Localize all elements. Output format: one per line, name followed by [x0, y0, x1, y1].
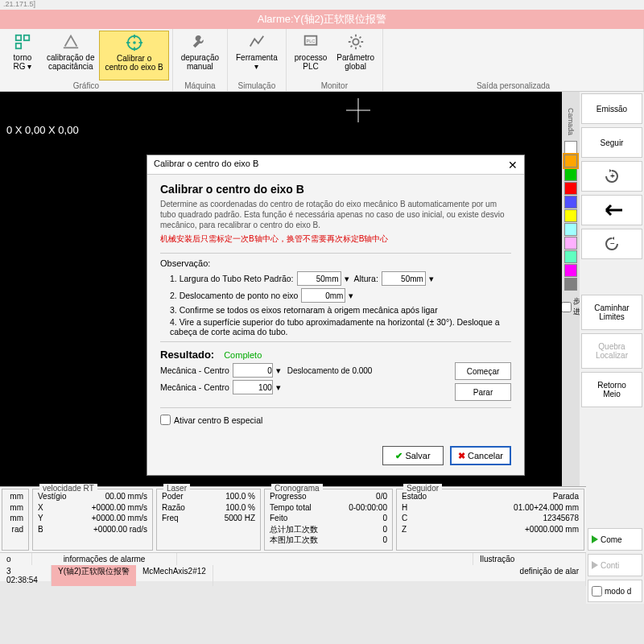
play-icon — [592, 535, 598, 543]
svg-rect-1 — [24, 35, 29, 40]
status-row: B+0000.00 rad/s — [38, 524, 147, 535]
ribbon-plc[interactable]: PLC processo PLC — [290, 31, 332, 80]
status-row: 总计加工次数0 — [270, 524, 387, 535]
status-row: C12345678 — [402, 513, 579, 524]
color-swatch[interactable] — [564, 264, 577, 277]
color-swatch[interactable] — [564, 168, 577, 181]
ribbon-group-label: Simulação — [231, 80, 283, 91]
svg-rect-2 — [16, 43, 21, 48]
desl-label: Deslocamento de 0.000 — [287, 366, 373, 375]
laser-title: Laser — [163, 484, 190, 493]
seguir-button[interactable]: Seguir — [581, 127, 642, 158]
comecar-button[interactable]: Começar — [455, 362, 511, 380]
chart-icon — [247, 32, 266, 52]
conti-button[interactable]: Conti — [588, 554, 642, 576]
time-label: 3 02:38:54 — [0, 565, 52, 586]
ribbon-calib-cap[interactable]: calibração de capacitância — [42, 31, 99, 80]
modo-button[interactable]: modo d — [588, 580, 642, 602]
target-icon — [125, 33, 144, 52]
ribbon-calib-b[interactable]: Calibrar o centro do eixo B — [99, 31, 168, 80]
status-row: Progresso0/0 — [270, 491, 387, 502]
ribbon-label: Ferramenta ▾ — [236, 53, 278, 71]
close-icon[interactable]: ✕ — [508, 159, 518, 171]
special-b-checkbox[interactable] — [160, 415, 171, 425]
right-actions: Come Conti modo d — [586, 486, 644, 604]
salvar-button[interactable]: ✔Salvar — [382, 446, 444, 465]
color-swatch[interactable] — [564, 237, 577, 250]
alarm-text: Y(轴2)正软限位报警 — [52, 565, 136, 586]
status-row: X+0000.00 mm/s — [38, 502, 147, 514]
color-swatch[interactable] — [564, 250, 577, 263]
special-b-label: Ativar centro B especial — [174, 415, 262, 425]
dialog-description: Determine as coordenadas do centro de ro… — [160, 199, 511, 230]
offset-input[interactable] — [301, 288, 345, 303]
obs-line4: 4. Vire a superfície superior do tubo ap… — [170, 317, 511, 336]
ribbon-group-label: Máquina — [176, 80, 224, 91]
ribbon-torno-rg[interactable]: torno RG ▾ — [3, 31, 42, 80]
cancelar-button[interactable]: ✖Cancelar — [450, 446, 511, 465]
quebra-button[interactable]: Quebra Localizar — [581, 333, 642, 369]
obs-line1: 1. Largura do Tubo Reto Padrão: — [170, 274, 294, 283]
crosshair-icon — [346, 98, 370, 124]
status-panels: mm mm mm rad velocidade RT Vestígio00.00… — [0, 486, 586, 552]
rotate-ccw-button[interactable]: − — [581, 229, 642, 259]
ribbon-group-label: Gráfico — [3, 80, 169, 91]
color-swatch[interactable] — [564, 182, 577, 195]
mc-label: McMechAxis2#12 — [136, 565, 213, 586]
modo-checkbox[interactable] — [592, 586, 602, 597]
svg-point-12 — [353, 39, 358, 44]
svg-text:PLC: PLC — [306, 39, 315, 43]
color-swatch[interactable] — [564, 196, 577, 208]
svg-text:+: + — [610, 171, 615, 180]
ribbon-ferramenta[interactable]: Ferramenta ▾ — [231, 31, 283, 80]
bottom-info: o informações de alarme Ilustração 3 02:… — [0, 552, 586, 581]
color-swatch[interactable] — [564, 209, 577, 222]
status-row: Tempo total0-00:00:00 — [270, 502, 387, 514]
color-swatch[interactable] — [564, 223, 577, 236]
color-swatch[interactable] — [564, 141, 577, 154]
ribbon: torno RG ▾ calibração de capacitância Ca… — [0, 29, 644, 92]
calibrate-b-dialog: Calibrar o centro do eixo B ✕ Calibrar o… — [147, 155, 525, 476]
dialog-title-text: Calibrar o centro do eixo B — [154, 159, 258, 171]
right-panel: Emissão Seguir + − Caminhar Limites Queb… — [580, 92, 644, 486]
wrench-icon — [190, 32, 209, 52]
alt-label: Altura: — [354, 274, 378, 283]
status-row: Y+0000.00 mm/s — [38, 513, 147, 524]
come-button[interactable]: Come — [588, 528, 642, 551]
color-swatch[interactable] — [564, 278, 577, 291]
color-swatch[interactable] — [564, 155, 577, 167]
ribbon-param-global[interactable]: Parâmetro global — [332, 31, 379, 80]
ribbon-debug-manual[interactable]: depuração manual — [176, 31, 224, 80]
info-label: informações de alarme — [32, 553, 177, 565]
seg-title: Seguidor — [403, 484, 442, 493]
ribbon-label: depuração manual — [181, 53, 219, 71]
plc-icon: PLC — [301, 32, 320, 52]
status-row: Z+0000.000 mm — [402, 524, 579, 535]
rotate-cw-button[interactable]: + — [581, 161, 642, 192]
mech1-input[interactable] — [233, 363, 273, 378]
status-row: Feito0 — [270, 513, 387, 524]
svg-text:−: − — [610, 239, 615, 248]
height-input[interactable] — [382, 271, 426, 286]
mech2-label: Mecânica - Centro — [160, 382, 229, 392]
result-label: Resultado: — [160, 349, 214, 361]
mech2-input[interactable] — [233, 380, 273, 394]
arrow-left-icon — [601, 204, 622, 217]
arrow-left-button[interactable] — [581, 195, 642, 225]
caminhar-button[interactable]: Caminhar Limites — [581, 295, 642, 330]
retorno-button[interactable]: Retorno Meio — [581, 372, 642, 407]
step-checkbox[interactable] — [561, 302, 572, 312]
width-input[interactable] — [297, 271, 341, 286]
dialog-warning: 机械安装后只需标定一次B轴中心，换管不需要再次标定B轴中心 — [160, 233, 511, 245]
def-alarm-label: definição de alar — [514, 565, 586, 586]
mech1-label: Mecânica - Centro — [160, 365, 229, 375]
emissao-button[interactable]: Emissão — [581, 93, 642, 124]
ribbon-label: processo PLC — [295, 53, 328, 71]
layer-color-strip: Camada 步进 — [562, 92, 580, 486]
svg-rect-0 — [16, 35, 21, 40]
parar-button[interactable]: Parar — [455, 383, 511, 401]
layer-label: Camada — [567, 108, 575, 140]
alarm-banner: Alarme:Y(轴2)正软限位报警 — [0, 10, 644, 29]
dialog-heading: Calibrar o centro do eixo B — [160, 183, 511, 196]
status-row: Freq5000 HZ — [162, 513, 255, 524]
